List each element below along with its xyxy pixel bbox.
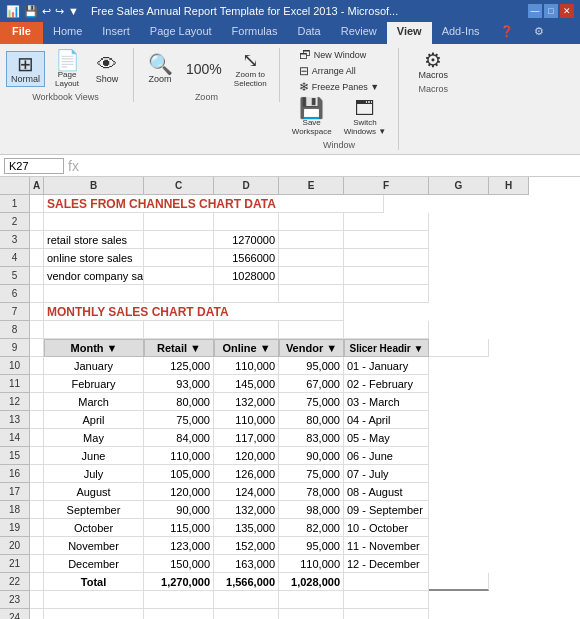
cell-g9[interactable] bbox=[429, 339, 489, 357]
cell-e12[interactable]: 75,000 bbox=[279, 393, 344, 411]
cell-c15[interactable]: 110,000 bbox=[144, 447, 214, 465]
cell-b3[interactable]: retail store sales bbox=[44, 231, 144, 249]
freeze-panes-button[interactable]: ❄ Freeze Panes ▼ bbox=[296, 80, 382, 94]
zoom-to-selection-button[interactable]: ⤡ Zoom toSelection bbox=[230, 48, 271, 90]
cell-f14[interactable]: 05 - May bbox=[344, 429, 429, 447]
cell-d13[interactable]: 110,000 bbox=[214, 411, 279, 429]
cell-f11[interactable]: 02 - February bbox=[344, 375, 429, 393]
cell-f24[interactable] bbox=[344, 609, 429, 619]
cell-a12[interactable] bbox=[30, 393, 44, 411]
cell-c8[interactable] bbox=[144, 321, 214, 339]
cell-a14[interactable] bbox=[30, 429, 44, 447]
cell-f16[interactable]: 07 - July bbox=[344, 465, 429, 483]
cell-b9[interactable]: Month ▼ bbox=[44, 339, 144, 357]
cell-d16[interactable]: 126,000 bbox=[214, 465, 279, 483]
cell-f6[interactable] bbox=[344, 285, 429, 303]
cell-c16[interactable]: 105,000 bbox=[144, 465, 214, 483]
tab-addins[interactable]: Add-Ins bbox=[432, 22, 490, 44]
cell-c22[interactable]: 1,270,000 bbox=[144, 573, 214, 591]
cell-f20[interactable]: 11 - November bbox=[344, 537, 429, 555]
cell-e23[interactable] bbox=[279, 591, 344, 609]
cell-b19[interactable]: October bbox=[44, 519, 144, 537]
cell-f13[interactable]: 04 - April bbox=[344, 411, 429, 429]
tab-help[interactable]: ❓ bbox=[490, 22, 524, 44]
cell-f9[interactable]: Slicer Headir ▼ bbox=[344, 339, 429, 357]
cell-a15[interactable] bbox=[30, 447, 44, 465]
new-window-button[interactable]: 🗗 New Window bbox=[296, 48, 382, 62]
tab-options[interactable]: ⚙ bbox=[524, 22, 554, 44]
cell-d22[interactable]: 1,566,000 bbox=[214, 573, 279, 591]
close-button[interactable]: ✕ bbox=[560, 4, 574, 18]
cell-a10[interactable] bbox=[30, 357, 44, 375]
quick-access-dropdown[interactable]: ▼ bbox=[68, 5, 79, 17]
cell-f10[interactable]: 01 - January bbox=[344, 357, 429, 375]
cell-c20[interactable]: 123,000 bbox=[144, 537, 214, 555]
cell-f22[interactable] bbox=[344, 573, 429, 591]
cell-e10[interactable]: 95,000 bbox=[279, 357, 344, 375]
cell-d15[interactable]: 120,000 bbox=[214, 447, 279, 465]
cell-b5[interactable]: vendor company sales bbox=[44, 267, 144, 285]
cell-a21[interactable] bbox=[30, 555, 44, 573]
cell-f3[interactable] bbox=[344, 231, 429, 249]
macros-button[interactable]: ⚙ Macros bbox=[414, 48, 452, 82]
cell-a4[interactable] bbox=[30, 249, 44, 267]
normal-view-button[interactable]: ⊞ Normal bbox=[6, 51, 45, 87]
cell-c3[interactable] bbox=[144, 231, 214, 249]
restore-button[interactable]: □ bbox=[544, 4, 558, 18]
cell-e19[interactable]: 82,000 bbox=[279, 519, 344, 537]
cell-e15[interactable]: 90,000 bbox=[279, 447, 344, 465]
cell-d23[interactable] bbox=[214, 591, 279, 609]
tab-page-layout[interactable]: Page Layout bbox=[140, 22, 222, 44]
cell-d3[interactable]: 1270000 bbox=[214, 231, 279, 249]
cell-reference-input[interactable] bbox=[4, 158, 64, 174]
cell-c24[interactable] bbox=[144, 609, 214, 619]
tab-insert[interactable]: Insert bbox=[92, 22, 140, 44]
cell-d6[interactable] bbox=[214, 285, 279, 303]
formula-input[interactable] bbox=[83, 160, 576, 172]
cell-b6[interactable] bbox=[44, 285, 144, 303]
cell-a22[interactable] bbox=[30, 573, 44, 591]
tab-formulas[interactable]: Formulas bbox=[222, 22, 288, 44]
cell-e21[interactable]: 110,000 bbox=[279, 555, 344, 573]
cell-a5[interactable] bbox=[30, 267, 44, 285]
cell-e8[interactable] bbox=[279, 321, 344, 339]
cell-a3[interactable] bbox=[30, 231, 44, 249]
cell-c23[interactable] bbox=[144, 591, 214, 609]
cell-d14[interactable]: 117,000 bbox=[214, 429, 279, 447]
cell-c17[interactable]: 120,000 bbox=[144, 483, 214, 501]
cell-a17[interactable] bbox=[30, 483, 44, 501]
cell-c2[interactable] bbox=[144, 213, 214, 231]
cell-b2[interactable] bbox=[44, 213, 144, 231]
cell-b20[interactable]: November bbox=[44, 537, 144, 555]
cell-d17[interactable]: 124,000 bbox=[214, 483, 279, 501]
cell-a2[interactable] bbox=[30, 213, 44, 231]
zoom-100-button[interactable]: 100% bbox=[182, 60, 226, 78]
cell-d21[interactable]: 163,000 bbox=[214, 555, 279, 573]
cell-a6[interactable] bbox=[30, 285, 44, 303]
cell-e13[interactable]: 80,000 bbox=[279, 411, 344, 429]
tab-home[interactable]: Home bbox=[43, 22, 92, 44]
save-workspace-button[interactable]: 💾 SaveWorkspace bbox=[288, 96, 336, 138]
cell-b22[interactable]: Total bbox=[44, 573, 144, 591]
cell-d10[interactable]: 110,000 bbox=[214, 357, 279, 375]
tab-data[interactable]: Data bbox=[287, 22, 330, 44]
cell-e14[interactable]: 83,000 bbox=[279, 429, 344, 447]
cell-a1[interactable] bbox=[30, 195, 44, 213]
cell-c14[interactable]: 84,000 bbox=[144, 429, 214, 447]
cell-a19[interactable] bbox=[30, 519, 44, 537]
cell-d5[interactable]: 1028000 bbox=[214, 267, 279, 285]
cell-b8[interactable] bbox=[44, 321, 144, 339]
cell-f12[interactable]: 03 - March bbox=[344, 393, 429, 411]
quick-access-redo[interactable]: ↪ bbox=[55, 5, 64, 18]
cell-f19[interactable]: 10 - October bbox=[344, 519, 429, 537]
cell-c4[interactable] bbox=[144, 249, 214, 267]
cell-f21[interactable]: 12 - December bbox=[344, 555, 429, 573]
cell-b16[interactable]: July bbox=[44, 465, 144, 483]
switch-windows-button[interactable]: 🗔 SwitchWindows ▼ bbox=[340, 96, 391, 138]
cell-e22[interactable]: 1,028,000 bbox=[279, 573, 344, 591]
zoom-button[interactable]: 🔍 Zoom bbox=[142, 52, 178, 86]
quick-access-save[interactable]: 💾 bbox=[24, 5, 38, 18]
cell-e3[interactable] bbox=[279, 231, 344, 249]
cell-b15[interactable]: June bbox=[44, 447, 144, 465]
cell-f23[interactable] bbox=[344, 591, 429, 609]
